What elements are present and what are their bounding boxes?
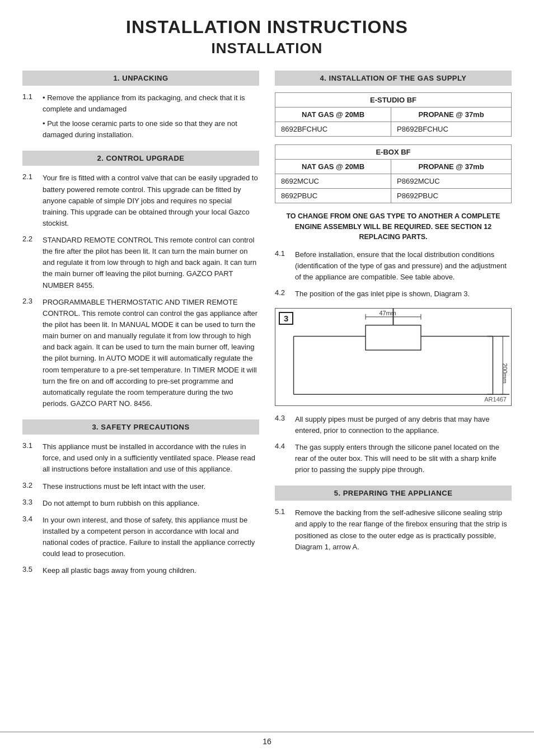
item-3-5-text: Keep all plastic bags away from young ch…	[43, 565, 259, 576]
left-column: 1. UNPACKING 1.1 • Remove the appliance …	[22, 71, 259, 587]
item-3-4-num: 3.4	[22, 515, 43, 523]
ebox-col1-header: NAT GAS @ 20MB	[275, 159, 391, 174]
section4-header: 4. INSTALLATION OF THE GAS SUPPLY	[275, 71, 512, 86]
estudio-r1-c1: 8692BFCHUC	[275, 122, 391, 136]
section1-header: 1. UNPACKING	[22, 71, 259, 86]
estudio-table-title: E-STUDIO BF	[275, 92, 512, 107]
item-4-1-num: 4.1	[275, 249, 295, 258]
section-control-upgrade: 2. CONTROL UPGRADE 2.1 Your fire is fitt…	[22, 151, 259, 409]
item-2-1: 2.1 Your fire is fitted with a control v…	[22, 172, 259, 229]
section-unpacking: 1. UNPACKING 1.1 • Remove the appliance …	[22, 71, 259, 141]
section-safety: 3. SAFETY PRECAUTIONS 3.1 This appliance…	[22, 419, 259, 576]
section-gas-supply: 4. INSTALLATION OF THE GAS SUPPLY E-STUD…	[275, 71, 512, 476]
item-4-2-num: 4.2	[275, 288, 295, 297]
diagram-ref: AR1467	[484, 396, 507, 403]
ebox-row2: 8692PBUC P8692PBUC	[275, 188, 512, 203]
item-2-3-num: 2.3	[22, 297, 43, 305]
item-3-3-num: 3.3	[22, 498, 43, 506]
section5-header: 5. PREPARING THE APPLIANCE	[275, 486, 512, 501]
item-5-1-text: Remove the backing from the self-adhesiv…	[295, 507, 512, 553]
item-1-1-text: • Remove the appliance from its packagin…	[43, 92, 259, 141]
item-2-1-num: 2.1	[22, 172, 43, 181]
item-3-4: 3.4 In your own interest, and those of s…	[22, 515, 259, 560]
right-column: 4. INSTALLATION OF THE GAS SUPPLY E-STUD…	[275, 71, 512, 563]
svg-rect-5	[366, 325, 421, 349]
item-3-5: 3.5 Keep all plastic bags away from youn…	[22, 565, 259, 576]
section-preparing: 5. PREPARING THE APPLIANCE 5.1 Remove th…	[275, 486, 512, 553]
item-1-1-bullet2: • Put the loose ceramic parts to one sid…	[43, 118, 259, 141]
page-number: 16	[0, 737, 534, 746]
estudio-col1-header: NAT GAS @ 20MB	[275, 107, 391, 122]
item-3-4-text: In your own interest, and those of safet…	[43, 515, 259, 560]
item-3-2: 3.2 These instructions must be left inta…	[22, 481, 259, 492]
item-2-1-text: Your fire is fitted with a control valve…	[43, 172, 259, 229]
svg-text:47mm: 47mm	[380, 309, 396, 316]
ebox-table: E-BOX BF NAT GAS @ 20MB PROPANE @ 37mb 8…	[275, 144, 512, 203]
item-2-2: 2.2 STANDARD REMOTE CONTROL This remote …	[22, 235, 259, 291]
item-4-4-num: 4.4	[275, 442, 295, 450]
diagram-svg: 47mm 200mm	[275, 309, 511, 405]
section2-header: 2. CONTROL UPGRADE	[22, 151, 259, 166]
item-3-2-num: 3.2	[22, 481, 43, 489]
diagram-3: 3	[275, 308, 512, 406]
item-3-1: 3.1 This appliance must be installed in …	[22, 441, 259, 475]
item-4-2-text: The position of the gas inlet pipe is sh…	[295, 288, 512, 300]
estudio-r1-c2: P8692BFCHUC	[391, 122, 512, 136]
ebox-row1: 8692MCUC P8692MCUC	[275, 174, 512, 188]
section3-header: 3. SAFETY PRECAUTIONS	[22, 419, 259, 435]
estudio-table: E-STUDIO BF NAT GAS @ 20MB PROPANE @ 37m…	[275, 92, 512, 137]
item-3-3: 3.3 Do not attempt to burn rubbish on th…	[22, 498, 259, 509]
item-4-3: 4.3 All supply pipes must be purged of a…	[275, 414, 512, 436]
item-4-4-text: The gas supply enters through the silico…	[295, 442, 512, 475]
ebox-r1-c2: P8692MCUC	[391, 174, 512, 188]
item-5-1-num: 5.1	[275, 507, 295, 516]
item-2-2-num: 2.2	[22, 235, 43, 243]
gas-change-note: TO CHANGE FROM ONE GAS TYPE TO ANOTHER A…	[275, 211, 512, 242]
item-4-3-text: All supply pipes must be purged of any d…	[295, 414, 512, 436]
item-4-2: 4.2 The position of the gas inlet pipe i…	[275, 288, 512, 300]
item-4-1: 4.1 Before installation, ensure that the…	[275, 249, 512, 283]
ebox-r2-c2: P8692PBUC	[391, 188, 512, 203]
item-3-1-num: 3.1	[22, 441, 43, 450]
item-2-3-text: PROGRAMMABLE THERMOSTATIC AND TIMER REMO…	[43, 297, 259, 409]
item-3-5-num: 3.5	[22, 565, 43, 573]
svg-text:200mm: 200mm	[502, 363, 508, 383]
item-5-1: 5.1 Remove the backing from the self-adh…	[275, 507, 512, 553]
ebox-r1-c1: 8692MCUC	[275, 174, 391, 188]
item-2-2-text: STANDARD REMOTE CONTROL This remote cont…	[43, 235, 259, 291]
main-title: INSTALLATION INSTRUCTIONS	[22, 17, 512, 38]
item-3-2-text: These instructions must be left intact w…	[43, 481, 259, 492]
item-1-1-num: 1.1	[22, 92, 43, 101]
item-3-1-text: This appliance must be installed in acco…	[43, 441, 259, 475]
ebox-r2-c1: 8692PBUC	[275, 188, 391, 203]
item-3-3-text: Do not attempt to burn rubbish on this a…	[43, 498, 259, 509]
item-1-1: 1.1 • Remove the appliance from its pack…	[22, 92, 259, 141]
ebox-table-title: E-BOX BF	[275, 144, 512, 159]
bottom-line	[0, 731, 534, 732]
estudio-col2-header: PROPANE @ 37mb	[391, 107, 512, 122]
item-1-1-bullet1: • Remove the appliance from its packagin…	[43, 92, 259, 115]
page: INSTALLATION INSTRUCTIONS INSTALLATION 1…	[0, 0, 534, 756]
item-2-3: 2.3 PROGRAMMABLE THERMOSTATIC AND TIMER …	[22, 297, 259, 409]
ebox-col2-header: PROPANE @ 37mb	[391, 159, 512, 174]
item-4-4: 4.4 The gas supply enters through the si…	[275, 442, 512, 475]
estudio-row1: 8692BFCHUC P8692BFCHUC	[275, 122, 512, 136]
item-4-1-text: Before installation, ensure that the loc…	[295, 249, 512, 283]
two-col-layout: 1. UNPACKING 1.1 • Remove the appliance …	[22, 71, 512, 587]
sub-title: INSTALLATION	[22, 40, 512, 57]
item-4-3-num: 4.3	[275, 414, 295, 422]
